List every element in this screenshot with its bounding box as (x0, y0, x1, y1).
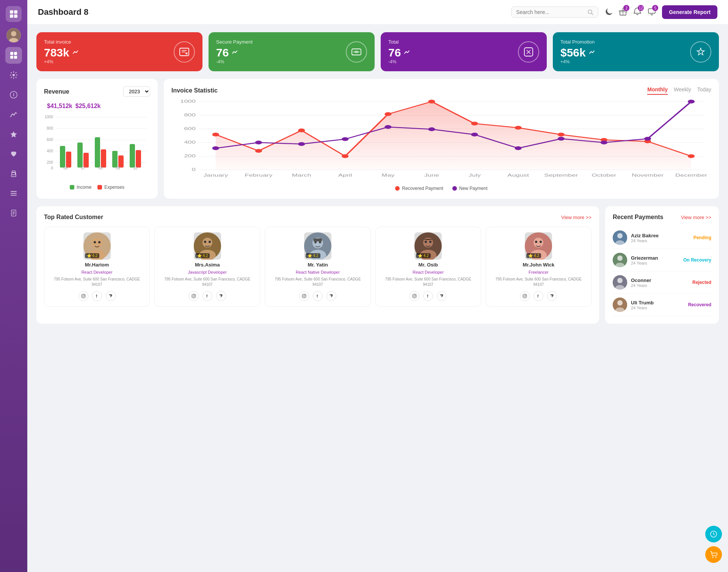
payment-item: Uli Trumb 24 Years Recovered (613, 294, 711, 316)
payment-status: Rejected (692, 280, 711, 285)
customer-avatar: ⭐ 4.2 (414, 232, 442, 260)
customer-rating: ⭐ 4.2 (526, 253, 541, 258)
bar-chart-area: 1000 800 600 400 200 0 06 (44, 113, 150, 182)
gift-badge[interactable]: 2 (619, 7, 627, 17)
revenue-title: Revenue (44, 88, 69, 95)
gift-count: 2 (623, 5, 629, 11)
svg-point-164 (617, 278, 623, 283)
search-input[interactable] (516, 9, 584, 15)
customer-socials: f (78, 291, 116, 301)
instagram-icon[interactable] (410, 291, 419, 301)
instagram-icon[interactable] (78, 291, 88, 301)
invoice-header: Invoice Statistic Monthly Weekly Today (171, 86, 711, 95)
customer-rating: ⭐ 4.2 (416, 253, 431, 258)
payment-avatar (613, 253, 627, 267)
twitter-icon[interactable] (106, 291, 116, 301)
svg-rect-50 (77, 143, 83, 168)
customer-rating: ⭐ 4.2 (85, 253, 100, 258)
customer-card: ⭐ 4.2 Mr. Osib React Developer 795 Folso… (375, 227, 481, 307)
payments-view-more[interactable]: View more >> (681, 215, 711, 220)
svg-point-17 (15, 173, 16, 174)
svg-point-170 (712, 557, 714, 558)
sidebar-item-settings[interactable] (5, 67, 22, 83)
svg-rect-51 (83, 153, 89, 168)
svg-point-93 (471, 133, 478, 136)
payment-name: Oconner (631, 277, 689, 283)
sidebar-item-analytics[interactable] (5, 106, 22, 123)
svg-point-77 (298, 129, 305, 132)
payments-card: Recent Payments View more >> Aziz Bakree… (605, 206, 719, 324)
payment-name: Uli Trumb (631, 300, 684, 306)
svg-text:December: December (675, 173, 707, 177)
svg-text:0: 0 (192, 168, 196, 172)
customer-rating: ⭐ 4.2 (306, 253, 320, 258)
tab-monthly[interactable]: Monthly (647, 86, 668, 95)
sidebar-item-documents[interactable] (5, 205, 22, 221)
tab-weekly[interactable]: Weekly (674, 86, 691, 95)
svg-text:600: 600 (184, 127, 195, 131)
svg-point-95 (558, 137, 565, 141)
svg-rect-54 (101, 149, 106, 168)
generate-report-button[interactable]: Generate Report (662, 5, 717, 19)
svg-point-124 (209, 241, 211, 243)
twitter-icon[interactable] (547, 291, 557, 301)
bell-badge[interactable]: 12 (633, 7, 642, 17)
search-box[interactable] (511, 6, 598, 18)
year-select[interactable]: 2023 2022 2021 (123, 86, 150, 97)
sidebar-item-menu[interactable] (5, 185, 22, 202)
svg-rect-15 (11, 175, 16, 177)
twitter-icon[interactable] (216, 291, 226, 301)
customer-role: React Native Developer (296, 270, 340, 274)
svg-point-167 (617, 300, 623, 306)
sidebar-item-print[interactable] (5, 165, 22, 182)
chat-badge[interactable]: 5 (648, 7, 656, 17)
customer-avatar: ⭐ 4.2 (83, 232, 111, 260)
invoice-title: Invoice Statistic (171, 87, 218, 94)
sidebar-item-favorites[interactable] (5, 126, 22, 143)
sidebar-item-info[interactable]: i (5, 86, 22, 103)
moon-icon[interactable] (604, 8, 613, 16)
instagram-icon[interactable] (189, 291, 199, 301)
facebook-icon[interactable]: f (92, 291, 102, 301)
instagram-icon[interactable] (299, 291, 309, 301)
customer-name: Mrs.Asima (195, 262, 220, 268)
facebook-icon[interactable]: f (533, 291, 543, 301)
svg-text:200: 200 (47, 160, 53, 165)
svg-point-86 (688, 154, 695, 158)
payment-info: Aziz Bakree 24 Years (631, 233, 690, 243)
svg-point-137 (305, 295, 306, 295)
support-button[interactable] (705, 526, 722, 542)
bell-count: 12 (638, 5, 644, 11)
customers-view-more[interactable]: View more >> (561, 215, 592, 220)
svg-line-26 (592, 13, 593, 15)
float-buttons (705, 526, 722, 563)
cart-button[interactable] (705, 546, 722, 563)
instagram-icon[interactable] (520, 291, 530, 301)
customer-avatar: ⭐ 4.2 (525, 232, 552, 260)
stat-change: +4% (560, 59, 595, 64)
svg-text:0: 0 (51, 166, 53, 170)
svg-rect-53 (95, 137, 100, 168)
facebook-icon[interactable]: f (313, 291, 323, 301)
stat-card-teal: Total Promotion $56k +4% (553, 32, 719, 71)
facebook-icon[interactable]: f (202, 291, 212, 301)
sidebar-item-dashboard[interactable] (5, 47, 22, 64)
twitter-icon[interactable] (326, 291, 336, 301)
svg-point-152 (540, 241, 542, 243)
payment-item: Griezerman 24 Years On Recovery (613, 249, 711, 271)
facebook-icon[interactable]: f (423, 291, 433, 301)
svg-point-171 (715, 557, 717, 558)
svg-text:400: 400 (184, 140, 195, 144)
svg-marker-74 (216, 102, 691, 170)
payment-item: Aziz Bakree 24 Years Pending (613, 227, 711, 249)
customer-avatar: ⭐ 4.2 (194, 232, 221, 260)
twitter-icon[interactable] (437, 291, 447, 301)
avatar[interactable] (6, 28, 21, 42)
page-title: Dashboard 8 (38, 7, 505, 17)
sidebar-item-likes[interactable] (5, 146, 22, 162)
stat-icon (690, 41, 711, 63)
svg-rect-16 (12, 171, 15, 172)
svg-point-30 (185, 52, 188, 55)
svg-text:10: 10 (133, 166, 138, 170)
tab-today[interactable]: Today (697, 86, 711, 95)
